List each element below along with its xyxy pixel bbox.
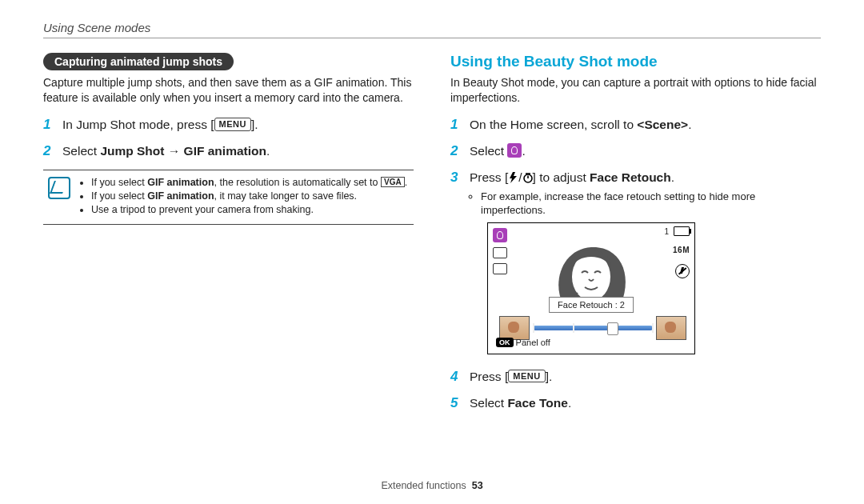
step-number: 5	[450, 395, 462, 412]
thumb-max	[656, 316, 686, 340]
menu-icon: MENU	[214, 118, 251, 131]
step-text: Select Jump Shot → GIF animation.	[62, 143, 414, 160]
step-text: Select Face Tone.	[470, 395, 821, 412]
step-text: Press [MENU].	[470, 369, 821, 386]
af-icon	[493, 263, 507, 274]
step-number: 1	[450, 117, 462, 134]
shot-count: 1	[664, 226, 669, 238]
step-number: 2	[450, 143, 462, 160]
timer-icon	[522, 172, 533, 183]
flash-off-icon	[675, 264, 690, 278]
ok-icon: OK	[496, 338, 514, 347]
step-text: Select .	[470, 143, 821, 160]
face-retouch-label: Face Retouch : 2	[549, 297, 634, 314]
right-column: Using the Beauty Shot mode In Beauty Sho…	[450, 53, 821, 421]
step-number: 3	[450, 170, 462, 359]
page-footer: Extended functions 53	[0, 480, 864, 491]
beauty-shot-icon	[507, 143, 522, 158]
note-icon	[48, 177, 70, 199]
resolution-label: 16M	[673, 245, 690, 256]
panel-off-hint: OK Panel off	[496, 337, 550, 349]
step-number: 2	[43, 143, 54, 160]
preview-left-icons	[493, 228, 507, 274]
step-number: 1	[43, 117, 54, 134]
intro-text: In Beauty Shot mode, you can capture a p…	[450, 75, 821, 106]
menu-icon: MENU	[508, 370, 545, 383]
camera-preview: 1 16M	[487, 222, 695, 354]
flash-icon	[508, 172, 518, 183]
left-column: Capturing animated jump shots Capture mu…	[43, 53, 414, 421]
chapter-title: Using Scene modes	[43, 21, 821, 34]
step-text: Press [/] to adjust Face Retouch. For ex…	[470, 170, 821, 359]
preview-right-icons: 1 16M	[664, 226, 690, 278]
note-box: If you select GIF animation, the resolut…	[43, 170, 414, 225]
vga-icon: VGA	[381, 177, 405, 187]
divider	[43, 38, 821, 38]
section-heading: Using the Beauty Shot mode	[450, 53, 821, 70]
svg-marker-0	[510, 172, 517, 183]
beauty-mode-icon	[493, 228, 507, 242]
aspect-icon	[493, 247, 507, 258]
section-pill: Capturing animated jump shots	[43, 53, 234, 70]
retouch-slider[interactable]	[533, 326, 653, 330]
battery-icon	[674, 226, 690, 236]
step-text: In Jump Shot mode, press [MENU].	[62, 117, 414, 134]
face-silhouette	[547, 233, 635, 305]
intro-text: Capture multiple jump shots, and then sa…	[43, 75, 414, 106]
note-list: If you select GIF animation, the resolut…	[80, 177, 409, 218]
step-number: 4	[450, 369, 462, 386]
step-text: On the Home screen, scroll to <Scene>.	[470, 117, 821, 134]
